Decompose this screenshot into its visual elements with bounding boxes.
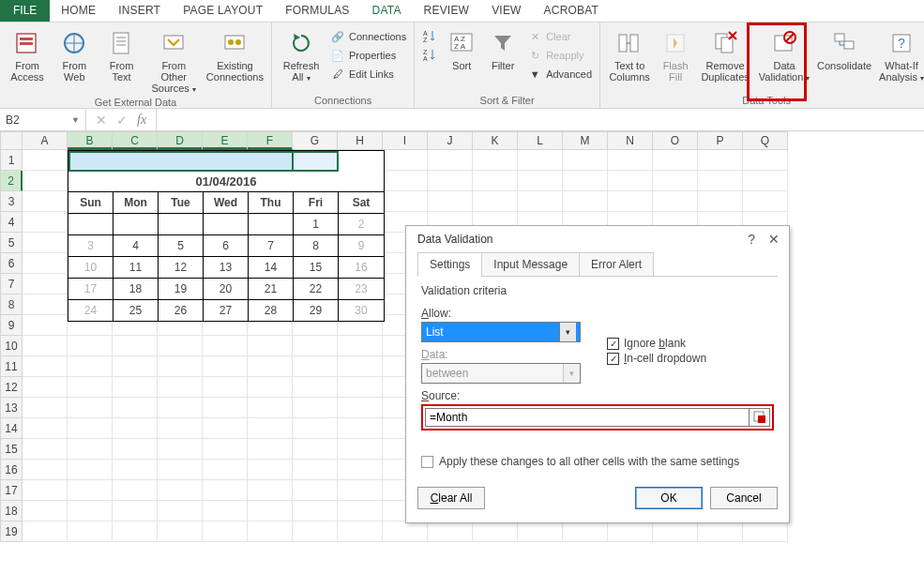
column-header[interactable]: F <box>248 131 293 150</box>
data-validation-button[interactable]: Data Validation ▾ <box>756 26 812 83</box>
cell[interactable] <box>293 336 338 356</box>
cell[interactable] <box>23 233 68 253</box>
row-header[interactable]: 14 <box>0 418 23 439</box>
cell[interactable] <box>383 191 428 212</box>
calendar-cell[interactable]: 11 <box>114 257 159 278</box>
cell[interactable] <box>203 418 248 439</box>
cell[interactable] <box>518 521 563 542</box>
cell[interactable] <box>68 377 113 398</box>
cell[interactable] <box>248 480 293 501</box>
name-box-dropdown-icon[interactable]: ▼ <box>71 115 80 125</box>
what-if-button[interactable]: ? What-If Analysis ▾ <box>876 26 924 83</box>
cell[interactable] <box>743 171 788 191</box>
tab-acrobat[interactable]: ACROBAT <box>533 0 611 22</box>
selected-range[interactable] <box>68 151 294 172</box>
row-header[interactable]: 13 <box>0 398 23 418</box>
incell-dropdown-checkbox[interactable]: ✓ In-cell dropdown <box>607 352 706 365</box>
cell[interactable] <box>383 521 428 542</box>
column-header[interactable]: D <box>158 131 203 150</box>
cell[interactable] <box>203 460 248 480</box>
dialog-tab-settings[interactable]: Settings <box>417 252 482 276</box>
name-box[interactable]: B2 ▼ <box>0 109 86 130</box>
chevron-down-icon[interactable]: ▾ <box>559 323 576 341</box>
cell[interactable] <box>608 150 653 171</box>
cell[interactable] <box>383 150 428 171</box>
cell[interactable] <box>698 150 743 171</box>
cell[interactable] <box>68 398 113 418</box>
calendar-cell[interactable] <box>249 214 294 234</box>
calendar-cell[interactable]: 24 <box>68 300 114 321</box>
calendar-cell[interactable]: 8 <box>294 235 339 256</box>
cell[interactable] <box>158 439 203 460</box>
cell[interactable] <box>293 377 338 398</box>
row-header[interactable]: 8 <box>0 295 23 315</box>
fx-icon[interactable]: fx <box>137 113 146 128</box>
cell[interactable] <box>338 439 383 460</box>
cell[interactable] <box>293 480 338 501</box>
column-header[interactable]: Q <box>743 131 788 150</box>
flash-fill-button[interactable]: Flash Fill <box>657 26 694 83</box>
ignore-blank-checkbox[interactable]: ✓ Ignore blank <box>607 337 706 350</box>
cell[interactable] <box>518 191 563 212</box>
calendar-cell[interactable]: 23 <box>339 279 384 299</box>
allow-select[interactable]: List ▾ <box>421 322 581 342</box>
cell[interactable] <box>158 460 203 480</box>
dialog-tab-input-message[interactable]: Input Message <box>481 252 580 276</box>
from-access-button[interactable]: From Access <box>6 26 49 83</box>
tab-insert[interactable]: INSERT <box>107 0 172 22</box>
calendar-cell[interactable]: 16 <box>339 257 384 278</box>
cell[interactable] <box>338 356 383 377</box>
cell[interactable] <box>563 521 608 542</box>
cell[interactable] <box>338 480 383 501</box>
row-header[interactable]: 10 <box>0 336 23 356</box>
ok-button[interactable]: OK <box>635 487 703 509</box>
cell[interactable] <box>563 171 608 191</box>
sort-az-button[interactable]: AZ <box>420 28 439 45</box>
cell[interactable] <box>158 398 203 418</box>
apply-changes-checkbox[interactable]: ✓ Apply these changes to all other cells… <box>421 455 774 468</box>
calendar-cell[interactable]: 28 <box>249 300 294 321</box>
calendar-cell[interactable] <box>114 214 159 234</box>
cell[interactable] <box>338 501 383 521</box>
row-header[interactable]: 19 <box>0 521 23 542</box>
column-header[interactable]: E <box>203 131 248 150</box>
row-header[interactable]: 15 <box>0 439 23 460</box>
select-all-corner[interactable] <box>0 131 23 150</box>
cell[interactable] <box>293 521 338 542</box>
cell[interactable] <box>428 521 473 542</box>
cell[interactable] <box>338 336 383 356</box>
from-text-button[interactable]: From Text <box>99 26 143 83</box>
range-selector-button[interactable] <box>750 408 770 427</box>
cell[interactable] <box>23 398 68 418</box>
cell[interactable] <box>23 480 68 501</box>
calendar-cell[interactable]: 17 <box>68 279 114 299</box>
cancel-button[interactable]: Cancel <box>710 487 778 509</box>
tab-formulas[interactable]: FORMULAS <box>274 0 360 22</box>
calendar-cell[interactable]: 13 <box>204 257 249 278</box>
cell[interactable] <box>248 501 293 521</box>
from-other-sources-button[interactable]: From Other Sources ▾ <box>147 26 201 95</box>
column-header[interactable]: K <box>473 131 518 150</box>
clear-all-button[interactable]: Clear All <box>417 487 485 509</box>
cell[interactable] <box>68 521 113 542</box>
cell[interactable] <box>338 377 383 398</box>
cell[interactable] <box>653 150 698 171</box>
cell[interactable] <box>203 480 248 501</box>
cell[interactable] <box>68 480 113 501</box>
cell[interactable] <box>203 501 248 521</box>
cell[interactable] <box>743 191 788 212</box>
cell[interactable] <box>23 274 68 295</box>
calendar-cell[interactable]: 7 <box>249 235 294 256</box>
cell[interactable] <box>203 521 248 542</box>
cell[interactable] <box>23 377 68 398</box>
cell[interactable] <box>338 418 383 439</box>
cell[interactable] <box>68 439 113 460</box>
sort-za-button[interactable]: ZA <box>420 47 439 64</box>
cell[interactable] <box>23 356 68 377</box>
column-header[interactable]: H <box>338 131 383 150</box>
cell[interactable] <box>608 171 653 191</box>
cell[interactable] <box>248 336 293 356</box>
cell[interactable] <box>158 521 203 542</box>
cell[interactable] <box>248 521 293 542</box>
cell[interactable] <box>428 150 473 171</box>
